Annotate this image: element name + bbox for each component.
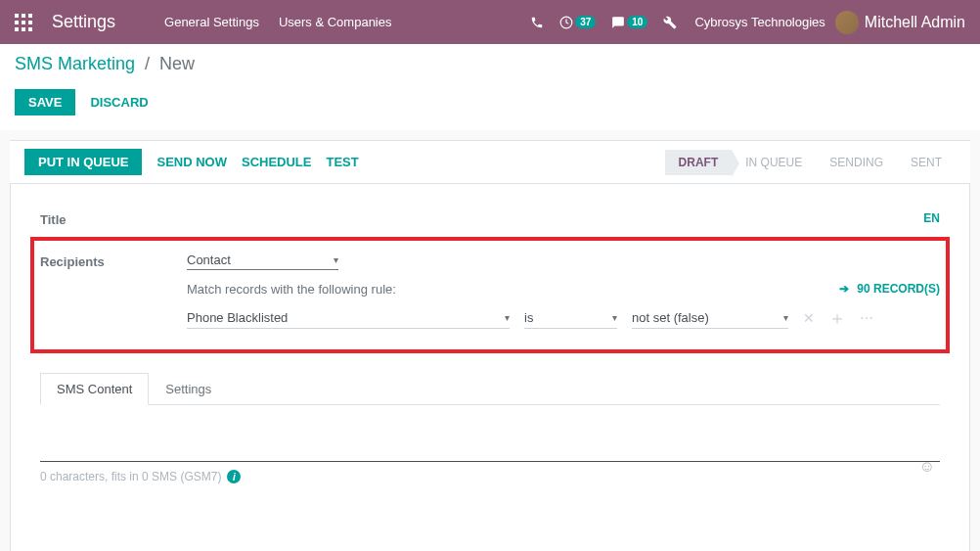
form-sheet: Title EN Recipients Contact ▾ Match reco… — [10, 184, 970, 551]
apps-icon[interactable] — [15, 14, 32, 31]
match-text: Match records with the following rule: — [187, 282, 396, 297]
emoji-icon[interactable]: ☺ — [919, 458, 935, 476]
discard-button[interactable]: DISCARD — [90, 95, 148, 110]
recipients-value: Contact — [187, 253, 328, 267]
recipients-label: Recipients — [40, 251, 187, 269]
app-title: Settings — [52, 12, 115, 32]
avatar — [835, 11, 859, 34]
recipients-row: Recipients Contact ▾ Match records with … — [40, 251, 940, 330]
send-now-button[interactable]: SEND NOW — [156, 155, 227, 169]
schedule-button[interactable]: SCHEDULE — [242, 155, 312, 169]
record-count[interactable]: ➔ 90 RECORD(S) — [839, 282, 940, 296]
status-in-queue[interactable]: IN QUEUE — [732, 150, 816, 175]
recipients-highlight: Recipients Contact ▾ Match records with … — [30, 237, 950, 353]
debug-icon[interactable] — [663, 16, 677, 29]
more-rule-icon[interactable]: ⋯ — [860, 310, 873, 326]
rule-value-select[interactable]: not set (false) ▾ — [632, 307, 788, 329]
caret-icon: ▾ — [612, 312, 617, 323]
arrow-icon: ➔ — [839, 282, 849, 296]
save-row: SAVE DISCARD — [0, 84, 980, 130]
caret-icon: ▾ — [505, 312, 510, 323]
messages-icon[interactable]: 10 — [611, 16, 647, 29]
put-in-queue-button[interactable]: PUT IN QUEUE — [24, 149, 142, 175]
status-draft[interactable]: DRAFT — [665, 150, 733, 175]
lang-toggle[interactable]: EN — [923, 211, 940, 225]
breadcrumb-separator: / — [145, 54, 150, 73]
main-navbar: Settings General Settings Users & Compan… — [0, 0, 980, 44]
delete-rule-icon[interactable]: ✕ — [803, 310, 815, 326]
test-button[interactable]: TEST — [326, 155, 358, 169]
recipients-select[interactable]: Contact ▾ — [187, 251, 338, 270]
caret-icon: ▾ — [783, 312, 788, 323]
company-switcher[interactable]: Cybrosys Technologies — [694, 15, 824, 29]
breadcrumb-bar: SMS Marketing / New — [0, 44, 980, 84]
phone-icon[interactable] — [530, 16, 544, 29]
toolbar: PUT IN QUEUE SEND NOW SCHEDULE TEST DRAF… — [10, 140, 970, 184]
breadcrumb-current: New — [159, 54, 195, 73]
title-row: Title EN — [40, 208, 940, 227]
breadcrumb-root[interactable]: SMS Marketing — [15, 54, 135, 73]
info-icon[interactable]: i — [227, 470, 241, 483]
sms-textarea[interactable] — [40, 435, 940, 462]
status-sending[interactable]: SENDING — [816, 150, 897, 175]
activities-badge: 37 — [575, 16, 596, 28]
rule-field-select[interactable]: Phone Blacklisted ▾ — [187, 307, 510, 329]
tab-sms-content[interactable]: SMS Content — [40, 373, 149, 405]
nav-general-settings[interactable]: General Settings — [164, 15, 259, 29]
tabs: SMS Content Settings — [40, 373, 940, 405]
nav-users-companies[interactable]: Users & Companies — [279, 15, 392, 29]
activities-icon[interactable]: 37 — [559, 16, 596, 29]
rule-operator-select[interactable]: is ▾ — [524, 307, 617, 329]
rule-row: Phone Blacklisted ▾ is ▾ not set (false)… — [187, 306, 940, 330]
add-rule-icon[interactable]: ＋ — [828, 306, 846, 330]
save-button[interactable]: SAVE — [15, 89, 75, 115]
breadcrumb: SMS Marketing / New — [15, 54, 965, 74]
user-name: Mitchell Admin — [865, 14, 965, 31]
tab-settings[interactable]: Settings — [149, 373, 228, 404]
caret-icon: ▾ — [334, 254, 338, 265]
statusbar: DRAFT IN QUEUE SENDING SENT — [665, 150, 956, 175]
title-label: Title — [40, 208, 187, 227]
sms-counter: 0 characters, fits in 0 SMS (GSM7) i — [40, 470, 940, 483]
messages-badge: 10 — [627, 16, 647, 28]
sms-body: ☺ 0 characters, fits in 0 SMS (GSM7) i — [40, 435, 940, 483]
user-menu[interactable]: Mitchell Admin — [835, 11, 965, 34]
status-sent[interactable]: SENT — [897, 150, 956, 175]
